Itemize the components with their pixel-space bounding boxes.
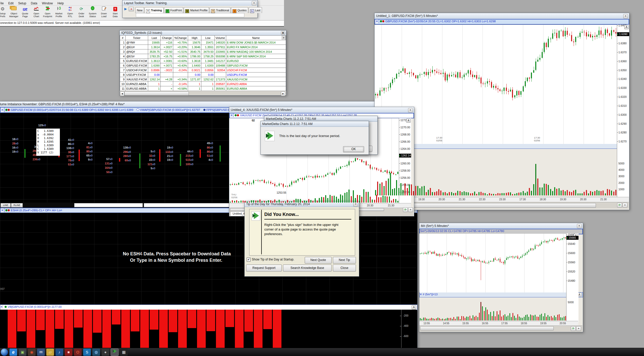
close-icon[interactable]: ✕ <box>1 108 4 112</box>
menu-setup[interactable]: Setup <box>18 2 26 5</box>
app-icon-1[interactable]: ▣ <box>19 349 26 356</box>
toolbar-start-data[interactable]: ?StartData <box>110 6 121 20</box>
autoscale-button[interactable]: A <box>406 119 411 123</box>
column-header-High[interactable]: High <box>188 36 201 40</box>
layout-tab-training[interactable]: TTraining <box>145 7 163 13</box>
save-layout-icon[interactable]: ➜ <box>129 7 134 11</box>
menu-window[interactable]: Window <box>42 2 53 5</box>
refresh-icon[interactable]: ⟳ <box>617 203 622 207</box>
toolbar-quote-page[interactable]: QPQuotePage <box>19 6 31 20</box>
start-orb[interactable] <box>1 349 8 356</box>
scroll-thumb[interactable] <box>420 326 554 330</box>
toolbar-system-status[interactable]: SystemStatus <box>87 6 98 20</box>
close-icon[interactable]: ✕ <box>0 305 3 308</box>
close-icon[interactable]: ✕ <box>577 224 582 228</box>
ok-button[interactable]: OK <box>343 146 364 152</box>
scroll-right-icon[interactable]: ▸ <box>281 91 285 96</box>
vb-histogram-pane[interactable]: -200-400-600 <box>0 310 417 348</box>
toolbar-market-profile[interactable]: MarketProfile <box>53 6 64 20</box>
menu-edit[interactable]: Edit <box>8 2 14 5</box>
close-icon[interactable]: ✕ <box>230 113 234 117</box>
license-titlebar[interactable]: MarketDelta Charts 11.2.12. 7:51 AM <box>261 121 369 127</box>
toolbar-field[interactable] <box>74 203 143 207</box>
scroll-thumb[interactable] <box>124 91 189 96</box>
close-icon[interactable]: ✕ <box>375 19 379 23</box>
quote-hscrollbar[interactable]: ◂ ▸ <box>120 91 286 95</box>
menu-data[interactable]: Data <box>31 2 37 5</box>
player-icon[interactable]: ♪ <box>56 349 63 356</box>
refresh-icon[interactable]: ⟳ <box>571 326 576 331</box>
column-header-Name[interactable]: Name <box>226 36 286 40</box>
mail-icon[interactable]: ✉ <box>37 349 45 356</box>
ym-volume-labelbar[interactable]: ✕ # (5m*)]=13 A <box>419 292 583 297</box>
line-button[interactable]: LINE <box>1 203 11 207</box>
next-tip-button[interactable]: Next Tip <box>333 257 356 264</box>
search-kb-button[interactable]: Search Knowledge Base <box>283 265 332 271</box>
toolbar-object-manager[interactable]: ObjectManager <box>8 6 19 20</box>
toolbar-field[interactable] <box>144 203 230 207</box>
globe-icon[interactable]: ◍ <box>92 349 100 356</box>
app-icon-2[interactable]: ■ <box>65 349 72 356</box>
close-icon[interactable]: ✕ <box>420 292 422 296</box>
footprint-titlebar[interactable]: Volume Imbalance November: GBPUSD.FXCM (… <box>0 101 417 107</box>
table-row[interactable]: 3@NQ#3539.75+52.50+1.51%3540.753479.5023… <box>120 49 286 54</box>
layout-tab-new[interactable]: New <box>135 7 144 13</box>
plus-icon[interactable]: + <box>576 326 581 331</box>
close-icon[interactable]: ✕ <box>353 202 358 206</box>
quote-window-titlebar[interactable]: IQFEED_Symbols (13 issues) <box>120 30 286 36</box>
ym-hscrollbar[interactable]: ⟳+ <box>419 326 582 332</box>
layout-tab-quotes[interactable]: QQuotes <box>231 7 248 13</box>
scroll-left-icon[interactable]: ◂ <box>120 91 124 96</box>
close-icon[interactable]: ✕ <box>408 108 413 112</box>
app-icon-4[interactable]: ▦ <box>120 349 128 356</box>
toolbar-open-chart[interactable]: OpenChart <box>31 6 42 20</box>
toolbar-down-load[interactable]: DownLoad <box>98 6 110 20</box>
refresh-icon[interactable]: ⟳ <box>403 207 408 212</box>
table-row[interactable]: 10EURNZD.ABBA1--0.14%11208587EURNZD.ABBA <box>120 82 286 86</box>
close-icon[interactable]: ✕ <box>1 208 4 212</box>
column-header-Low[interactable]: Low <box>201 36 214 40</box>
xauusd-titlebar[interactable]: Untitled_4: XAUUSD.FXCM (5m*) 5 Minutes* <box>229 107 414 113</box>
table-row[interactable]: 4@ES#1783.25+16.75+0.95%1786.001758.2555… <box>120 54 286 59</box>
close-icon[interactable]: ✕ <box>252 1 256 5</box>
browser-icon[interactable]: e <box>9 349 17 356</box>
toolbar-order-desk[interactable]: ⟳OrderDesk <box>76 6 87 20</box>
autoscale-button[interactable]: A <box>412 305 416 309</box>
column-header-Change[interactable]: Change <box>161 36 173 40</box>
toolbar-setup-prefs[interactable]: ⚙SetupPrefs <box>0 6 8 20</box>
plus-icon[interactable]: + <box>408 207 413 212</box>
table-row[interactable]: 8USDJPY.FXCM0.000.000.00USDJPU.FXCM <box>120 72 286 77</box>
tip-checkbox[interactable]: ✔ <box>247 258 250 261</box>
app-icon-3[interactable]: ● <box>102 349 109 356</box>
layout-tab-market-profile[interactable]: MMarket Profile <box>184 7 209 13</box>
table-row[interactable]: 5EURUSD.FXCM1.3613+.0081+0.60%1.36181.34… <box>120 59 286 63</box>
column-header-num[interactable]: # <box>120 36 126 40</box>
opera-icon[interactable]: O <box>74 349 82 356</box>
autoscale-button[interactable]: A <box>624 25 629 29</box>
column-header-Volume[interactable]: Volume <box>214 36 226 40</box>
media-icon[interactable]: ◉ <box>28 349 36 356</box>
chat-icon[interactable]: S <box>83 349 91 356</box>
column-header-Last[interactable]: Last <box>148 36 161 40</box>
explorer-icon[interactable]: ▱ <box>46 349 54 356</box>
menu-help[interactable]: Help <box>57 2 64 5</box>
next-quote-button[interactable]: Next Quote <box>305 257 332 264</box>
play-icon[interactable]: ▶ <box>124 7 127 11</box>
marketdelta-icon[interactable] <box>111 349 118 356</box>
quote-window-menu-icon[interactable]: ▣ <box>281 31 285 35</box>
layout-tab-last[interactable]: LLast <box>249 7 262 13</box>
close-icon[interactable]: ✕ <box>623 14 628 18</box>
menu-file[interactable]: File <box>0 2 4 5</box>
layout-tab-footprint[interactable]: FFootPrint <box>164 7 183 13</box>
layout-tab-traditional[interactable]: TTraditional <box>210 7 231 13</box>
gbpusd-infobar[interactable]: ✕GBPUSD.FXCM (5m*)-02/05/14 20:55 CL=1.6… <box>375 19 629 25</box>
layout-toolbar-titlebar[interactable]: Layout Toolbar. Name: Training. <box>123 0 257 6</box>
toolbar-open-rtl[interactable]: +x=÷OpenRTL <box>64 6 76 20</box>
table-row[interactable]: 11EURUSD.ABBA1++0.58%11355061EURUSD.ABBA <box>120 86 286 91</box>
toolbar-open-footprint[interactable]: OpenFootprint <box>42 6 53 20</box>
ym-price-pane[interactable] <box>419 233 566 292</box>
table-row[interactable]: 7USDCHF.FXCM0.8986-.0022-0.24%0.90210.89… <box>120 68 286 72</box>
table-row[interactable]: 9XAUUSD.FXCM1262.14+4.28+0.34%1271.87125… <box>120 77 286 82</box>
table-row[interactable]: 2@EU#1.3614+.0027+0.20%1.36461.355120791… <box>120 45 286 49</box>
table-row[interactable]: 6GBPUSD.FXCM1.6390+.0071+0.43%1.64001.63… <box>120 63 286 68</box>
